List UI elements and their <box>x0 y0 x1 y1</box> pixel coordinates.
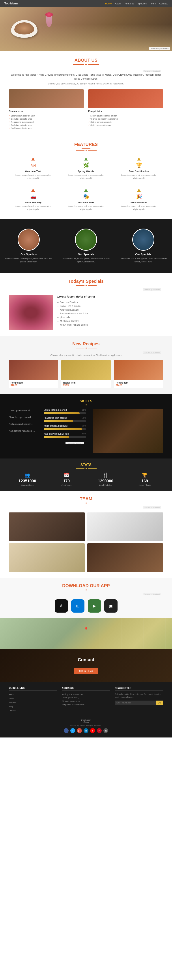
google-play-button[interactable]: ▶ <box>88 599 101 612</box>
recipe-price-1: $12.99 <box>11 384 56 387</box>
stat-label-1: Happy Clients <box>9 484 46 486</box>
todays-text: Lorem ipsum dolor sit amet Soup and Star… <box>57 295 163 330</box>
todays-list-item: Apple walnut salad <box>57 308 163 312</box>
skill-fill-1 <box>44 412 80 414</box>
social-googleplus[interactable]: g+ <box>77 728 82 733</box>
skill-name-2: Phasellus eget aorend <box>44 417 67 419</box>
footer-link-home[interactable]: Home <box>9 694 14 696</box>
features-section: FEATURES 🍽 Welcome Text Lorem ipsum dolo… <box>0 137 172 219</box>
footer-link-blog[interactable]: Blog <box>9 705 13 708</box>
contact-title: Contact <box>78 657 94 662</box>
about-col2-title: Perspiciatis <box>88 110 163 113</box>
nav-specials[interactable]: Specials <box>137 2 147 5</box>
about-title: ABOUT US <box>9 58 163 63</box>
about-image-1 <box>9 89 84 108</box>
stat-number-3: 1290000 <box>87 479 124 484</box>
windows-icon: ⊞ <box>76 603 79 608</box>
about-section: ABOUT US Powered by Wixwizard Welcome To… <box>0 51 172 137</box>
feature-item-3: 🏆 Best Certification Lorem ipsum dolor s… <box>115 155 163 182</box>
nav-features[interactable]: Features <box>125 2 134 5</box>
map-section[interactable]: 📍 <box>0 618 172 649</box>
stat-number-4: 169 <box>126 479 163 484</box>
stat-icon-1: 👥 <box>9 473 46 478</box>
footer-links-list: Home About Services Blog Contact <box>9 693 57 712</box>
social-email[interactable]: @ <box>103 728 108 733</box>
social-linkedin[interactable]: in <box>84 728 88 733</box>
stat-label-3: Food Varieties <box>87 484 124 486</box>
about-col1-list: Lorem ipsum dolor sit amet Sed ut perspi… <box>9 114 84 130</box>
about-list-item: Lorem ipsum dolor sit amet <box>9 114 84 118</box>
footer-link-about[interactable]: About <box>9 697 14 700</box>
social-pinterest[interactable]: P <box>97 728 102 733</box>
feature-badge-1 <box>31 158 35 161</box>
skills-content: Lorem ipsum dolor sit Phasellus eget aor… <box>9 409 163 453</box>
windows-store-button[interactable]: ⊞ <box>71 599 84 612</box>
skill-name-4: Nam gravida nulla scele <box>44 433 69 435</box>
skills-image <box>93 409 163 453</box>
other-store-button[interactable]: ▣ <box>104 599 118 612</box>
contact-button[interactable]: Get In Touch <box>74 668 98 674</box>
stat-number-2: 170 <box>48 479 85 484</box>
app-store-button[interactable]: A <box>55 599 68 612</box>
stat-number-1: 12351000 <box>9 479 46 484</box>
skills-title: SKILLS <box>9 399 163 403</box>
recipe-info-1: Recipe Item $12.99 <box>9 380 58 388</box>
recipe-info-2: Recipe Item $9.99 <box>61 380 110 388</box>
feature-badge-5 <box>84 189 88 192</box>
feature-icon-4: 🚗 <box>11 194 55 199</box>
recipe-image-2 <box>61 360 110 380</box>
about-image-2 <box>88 89 163 108</box>
nav-about[interactable]: About <box>115 2 121 5</box>
map-pin: 📍 <box>84 627 89 632</box>
nav-home[interactable]: Home <box>105 2 112 5</box>
skill-bar-1: Lorem ipsum dolor sit 85% <box>44 409 86 414</box>
social-youtube[interactable]: ▶ <box>90 728 95 733</box>
feature-icon-6: 🎉 <box>117 194 161 199</box>
about-list-item: Sed in perspiciatis unde <box>88 124 163 127</box>
newsletter-input[interactable] <box>115 700 156 705</box>
feature-text-3: Lorem ipsum dolor sit amet, consectetur … <box>117 174 161 180</box>
newsletter-submit[interactable]: GO <box>156 700 163 705</box>
stats-divider <box>9 468 163 469</box>
map-overlay <box>0 618 172 649</box>
skill-bar-3: Nulla gravida tincidunt 90% <box>44 425 86 430</box>
skills-divider <box>9 404 163 406</box>
recipes-powered: Powered by Wixwizard <box>143 351 161 353</box>
feature-title-1: Welcome Text <box>11 170 55 173</box>
about-col2-list: Lorem ipsum dolor fille sit laort Ut eni… <box>88 114 163 127</box>
social-twitter[interactable]: t <box>70 728 75 733</box>
feature-badge-3 <box>137 158 141 161</box>
footer-logo: freelancer مستقل <box>9 719 163 723</box>
recipes-grid: Recipe Item $12.99 Recipe Item $9.99 Rec… <box>9 360 163 388</box>
stat-label-2: Our Events <box>48 484 85 486</box>
feature-title-3: Best Certification <box>117 170 161 173</box>
feature-text-2: Lorem ipsum dolor sit amet, consectetur … <box>64 174 108 180</box>
footer-link-contact[interactable]: Contact <box>9 710 16 712</box>
footer-link-services[interactable]: Services <box>9 702 17 704</box>
stat-item-2: 📅 170 Our Events <box>48 473 85 486</box>
download-section: DOWNLOAD OUR APP Powered by Wixwizard A … <box>0 578 172 618</box>
nav-contact[interactable]: Contact <box>159 2 167 5</box>
recipe-title-1: Recipe Item <box>11 382 56 384</box>
hero-powered: Powered by Wixwizard <box>149 47 170 50</box>
about-list-item: Ut enim ad minim veniam lorem <box>88 118 163 121</box>
recipe-price-2: $9.99 <box>63 384 109 387</box>
about-sub: Unique Quis Egestas Metus, Ac Semper Mag… <box>9 83 163 85</box>
recipe-title-3: Recipe Item <box>116 382 161 384</box>
todays-title: Today's Specials <box>9 279 163 284</box>
todays-content: Lorem ipsum dolor sit amet Soup and Star… <box>9 295 163 330</box>
navbar-brand: Top Menu <box>5 2 17 5</box>
skills-powered: Powered by Wixwizard <box>65 442 84 444</box>
app-buttons: A ⊞ ▶ ▣ <box>9 599 163 612</box>
download-powered: Powered by Wixwizard <box>143 593 161 595</box>
skill-pct-2: 70% <box>82 417 86 420</box>
feature-item-1: 🍽 Welcome Text Lorem ipsum dolor sit ame… <box>9 155 57 182</box>
feature-item-4: 🚗 Home Delivery Lorem ipsum dolor sit am… <box>9 186 57 213</box>
footer-col-links: QUICK LINKS Home About Services Blog Con… <box>9 687 57 713</box>
social-facebook[interactable]: f <box>64 728 69 733</box>
footer-logo-sub: freelancer <box>9 719 163 721</box>
special-title-2: Our Specials <box>62 253 110 256</box>
about-list-item: Sed ut perspiciatis unde <box>88 121 163 124</box>
team-card-4 <box>87 543 163 572</box>
nav-team[interactable]: Team <box>150 2 156 5</box>
